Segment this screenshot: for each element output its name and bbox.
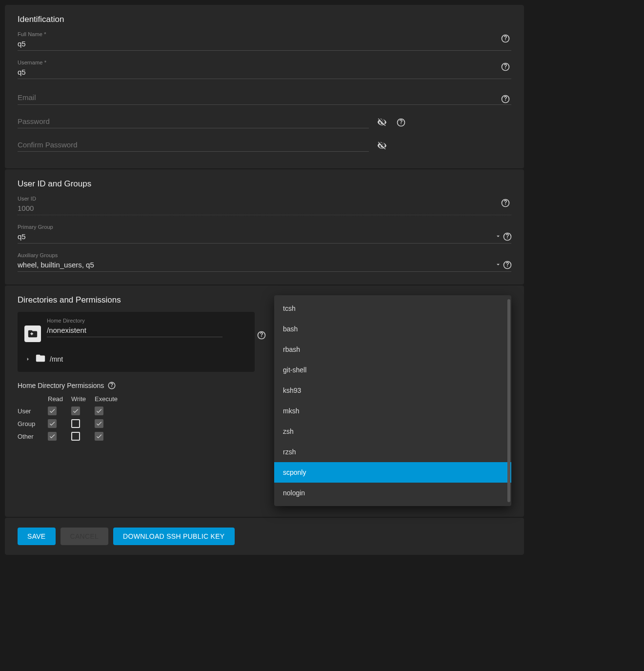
fullname-field: Full Name *: [18, 31, 511, 51]
shell-option-nologin[interactable]: nologin: [274, 483, 511, 503]
aux-groups-label: Auxiliary Groups: [18, 252, 511, 258]
shell-option-scponly[interactable]: scponly: [274, 462, 511, 483]
home-dir-input[interactable]: [47, 325, 222, 337]
perm-row-other: Other: [18, 433, 48, 440]
help-icon[interactable]: [395, 117, 407, 128]
user-form: Identification Full Name * Username *: [5, 5, 524, 555]
shell-option-bash[interactable]: bash: [274, 319, 511, 339]
chk-user-exec[interactable]: [95, 407, 103, 415]
home-dir-label: Home Directory: [47, 318, 248, 324]
username-field: Username *: [18, 60, 511, 79]
add-folder-icon[interactable]: [24, 325, 41, 342]
tree-item-label: /mnt: [50, 355, 63, 363]
help-icon[interactable]: [500, 61, 511, 73]
help-icon[interactable]: [502, 259, 513, 271]
folder-icon: [35, 353, 46, 365]
dirs-column: Directories and Permissions Home Directo…: [18, 295, 255, 506]
perm-col-write: Write: [71, 395, 95, 403]
scrollbar[interactable]: [507, 299, 510, 502]
confirm-password-input[interactable]: [18, 139, 369, 152]
identification-title: Identification: [18, 15, 511, 24]
shell-dropdown[interactable]: tcshbashrbashgit-shellksh93mkshzshrzshsc…: [274, 295, 511, 506]
fullname-label: Full Name *: [18, 31, 511, 37]
help-icon[interactable]: [500, 197, 511, 209]
perm-header: Home Directory Permissions: [18, 381, 255, 390]
footer-actions: SAVE CANCEL DOWNLOAD SSH PUBLIC KEY: [5, 518, 524, 555]
perm-row-group: Group: [18, 420, 48, 427]
chk-group-read[interactable]: [48, 419, 57, 428]
chk-group-exec[interactable]: [95, 419, 103, 428]
shell-option-zsh[interactable]: zsh: [274, 421, 511, 442]
chk-other-write[interactable]: [71, 432, 80, 441]
shell-option-ksh93[interactable]: ksh93: [274, 380, 511, 401]
username-input[interactable]: [18, 66, 511, 79]
dirs-perms-card: Directories and Permissions Home Directo…: [5, 285, 524, 517]
shell-option-rbash[interactable]: rbash: [274, 339, 511, 360]
confirm-password-field: [18, 139, 511, 152]
shell-option-tcsh[interactable]: tcsh: [274, 298, 511, 319]
eye-off-icon[interactable]: [376, 139, 388, 152]
chk-user-write[interactable]: [71, 407, 80, 415]
help-icon[interactable]: [500, 33, 511, 44]
uid-groups-card: User ID and Groups User ID Primary Group…: [5, 169, 524, 285]
password-input[interactable]: [18, 116, 369, 128]
userid-label: User ID: [18, 196, 511, 202]
help-icon[interactable]: [107, 381, 117, 390]
userid-input: [18, 203, 511, 215]
perm-title: Home Directory Permissions: [18, 382, 104, 389]
shell-option-git-shell[interactable]: git-shell: [274, 360, 511, 380]
shell-option-rzsh[interactable]: rzsh: [274, 442, 511, 462]
chk-user-read[interactable]: [48, 407, 57, 415]
save-button[interactable]: SAVE: [18, 528, 56, 545]
perm-col-exec: Execute: [95, 395, 125, 403]
chk-other-exec[interactable]: [95, 432, 103, 441]
password-field: [18, 116, 511, 128]
chk-other-read[interactable]: [48, 432, 57, 441]
userid-field: User ID: [18, 196, 511, 215]
eye-off-icon[interactable]: [376, 116, 388, 128]
cancel-button[interactable]: CANCEL: [60, 528, 109, 545]
tree-item-mnt[interactable]: /mnt: [24, 351, 248, 367]
aux-groups-select[interactable]: wheel, builtin_users, q5: [18, 259, 511, 272]
shell-column: tcshbashrbashgit-shellksh93mkshzshrzshsc…: [274, 295, 511, 506]
perm-row-user: User: [18, 407, 48, 415]
shell-option-mksh[interactable]: mksh: [274, 401, 511, 421]
aux-groups-field[interactable]: Auxiliary Groups wheel, builtin_users, q…: [18, 252, 511, 272]
email-input[interactable]: [18, 92, 511, 105]
fullname-input[interactable]: [18, 38, 511, 51]
primary-group-field[interactable]: Primary Group q5: [18, 224, 511, 244]
home-dir-box: Home Directory /mnt: [18, 312, 255, 372]
identification-card: Identification Full Name * Username *: [5, 5, 524, 168]
help-icon[interactable]: [500, 93, 511, 105]
primary-group-label: Primary Group: [18, 224, 511, 230]
perm-table: Read Write Execute User Group Other: [18, 395, 255, 441]
primary-group-select[interactable]: q5: [18, 231, 511, 244]
chk-group-write[interactable]: [71, 419, 80, 428]
perm-col-read: Read: [48, 395, 71, 403]
dirs-title: Directories and Permissions: [18, 295, 255, 305]
uid-groups-title: User ID and Groups: [18, 179, 511, 189]
help-icon[interactable]: [502, 231, 513, 243]
username-label: Username *: [18, 60, 511, 65]
download-ssh-button[interactable]: DOWNLOAD SSH PUBLIC KEY: [113, 528, 234, 545]
email-field: [18, 92, 511, 105]
help-icon[interactable]: [256, 329, 267, 341]
chevron-right-icon: [24, 356, 31, 363]
